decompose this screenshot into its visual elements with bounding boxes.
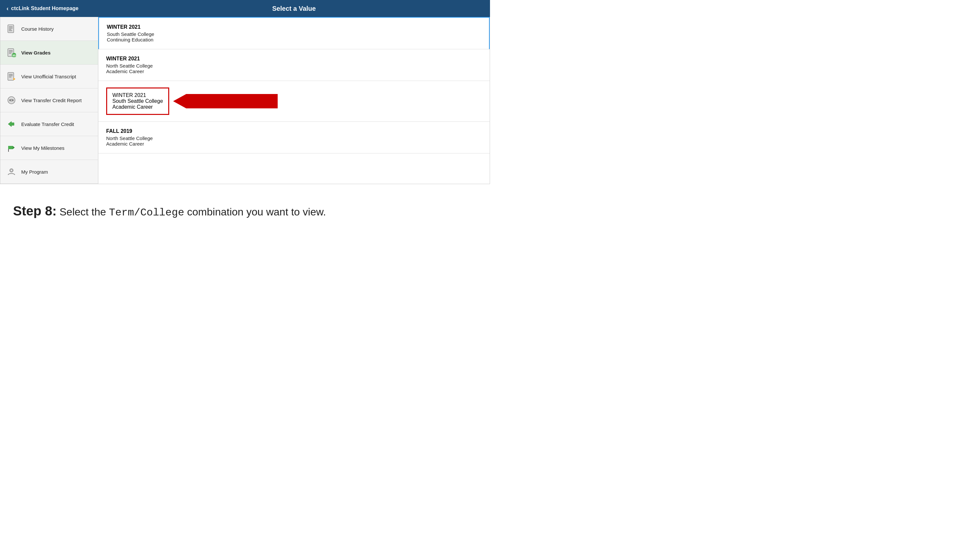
sidebar-item-evaluate-transfer-credit[interactable]: Evaluate Transfer Credit <box>0 112 98 136</box>
sidebar-item-my-program[interactable]: My Program <box>0 160 98 184</box>
right-panel: WINTER 2021 South Seattle College Contin… <box>98 17 490 184</box>
step-highlight: Term/College <box>109 206 184 219</box>
sidebar-item-label: My Program <box>21 169 48 175</box>
sidebar-item-view-my-milestones[interactable]: View My Milestones <box>0 136 98 160</box>
value-row-winter2021-south-ce[interactable]: WINTER 2021 South Seattle College Contin… <box>98 17 490 49</box>
value-row-fall2019-north-ac[interactable]: FALL 2019 North Seattle College Academic… <box>98 122 490 153</box>
value-career: Academic Career <box>106 68 482 74</box>
sidebar-item-label: View My Milestones <box>21 145 64 151</box>
sidebar-item-label: View Transfer Credit Report <box>21 98 82 103</box>
svg-rect-3 <box>9 29 11 30</box>
svg-rect-22 <box>8 149 9 152</box>
svg-rect-7 <box>9 52 13 52</box>
svg-marker-20 <box>8 146 13 149</box>
svg-rect-14 <box>9 77 11 77</box>
svg-marker-21 <box>13 146 15 149</box>
svg-marker-19 <box>8 121 14 127</box>
sidebar: Course History 95 View Grades <box>0 17 98 184</box>
value-college: South Seattle College <box>112 98 163 104</box>
course-history-icon <box>6 23 18 35</box>
annotation-arrow <box>173 94 278 108</box>
evaluate-transfer-credit-icon <box>6 118 18 130</box>
view-grades-icon: 95 <box>6 47 18 59</box>
svg-rect-13 <box>9 75 13 76</box>
transfer-credit-report-icon <box>6 94 18 106</box>
sidebar-item-label: View Grades <box>21 50 51 56</box>
sidebar-item-label: Course History <box>21 26 54 32</box>
back-chevron-icon: ‹ <box>6 5 8 12</box>
value-term: WINTER 2021 <box>106 56 482 62</box>
main-content: Course History 95 View Grades <box>0 17 490 184</box>
svg-rect-0 <box>8 25 14 33</box>
value-college: North Seattle College <box>106 135 482 141</box>
svg-rect-2 <box>9 28 13 29</box>
value-term: WINTER 2021 <box>107 24 481 30</box>
step-text-before: Select the <box>59 206 109 218</box>
svg-rect-1 <box>9 27 13 27</box>
svg-rect-4 <box>9 30 12 31</box>
unofficial-transcript-icon <box>6 70 18 82</box>
value-college: South Seattle College <box>107 31 481 37</box>
value-career: Academic Career <box>106 141 482 146</box>
svg-rect-6 <box>9 50 13 51</box>
value-row-winter2021-south-ac-container: WINTER 2021 South Seattle College Academ… <box>98 81 490 122</box>
svg-rect-11 <box>8 73 14 80</box>
step-text-after: combination you want to view. <box>184 206 326 218</box>
value-career: Academic Career <box>112 104 163 110</box>
sidebar-item-view-unofficial-transcript[interactable]: View Unofficial Transcript <box>0 65 98 89</box>
sidebar-item-label: Evaluate Transfer Credit <box>21 121 74 127</box>
milestones-icon <box>6 142 18 154</box>
svg-marker-15 <box>13 78 15 80</box>
svg-point-24 <box>10 170 13 171</box>
value-row-winter2021-south-ac[interactable]: WINTER 2021 South Seattle College Academ… <box>106 87 169 115</box>
svg-rect-8 <box>9 53 11 54</box>
sidebar-item-course-history[interactable]: Course History <box>0 17 98 41</box>
my-program-icon <box>6 166 18 178</box>
svg-point-16 <box>8 97 15 104</box>
sidebar-item-label: View Unofficial Transcript <box>21 74 76 79</box>
back-label: ctcLink Student Homepage <box>11 6 78 11</box>
step-instruction: Step 8: Select the Term/College combinat… <box>0 184 490 232</box>
sidebar-item-view-grades[interactable]: 95 View Grades <box>0 41 98 65</box>
value-college: North Seattle College <box>106 63 482 68</box>
page-title: Select a Value <box>105 5 484 13</box>
step-number: Step 8: <box>13 204 57 218</box>
arrow-body <box>186 94 278 108</box>
app-header: ‹ ctcLink Student Homepage Select a Valu… <box>0 0 490 17</box>
svg-rect-12 <box>9 74 13 75</box>
value-career: Continuing Education <box>107 37 481 43</box>
value-term: FALL 2019 <box>106 128 482 134</box>
back-nav[interactable]: ‹ ctcLink Student Homepage <box>6 5 105 12</box>
value-term: WINTER 2021 <box>112 92 163 98</box>
sidebar-item-view-transfer-credit-report[interactable]: View Transfer Credit Report <box>0 89 98 112</box>
value-row-winter2021-north-ac[interactable]: WINTER 2021 North Seattle College Academ… <box>98 49 490 81</box>
arrow-head-icon <box>173 94 186 108</box>
svg-text:95: 95 <box>13 54 16 57</box>
